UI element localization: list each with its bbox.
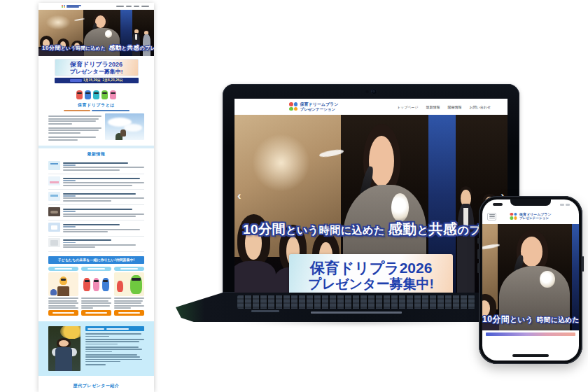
news-thumbnail bbox=[48, 223, 60, 232]
nav-item-news[interactable]: 最新情報 bbox=[426, 105, 440, 109]
site-header: 保育ドリームプラン プレゼンテーション bbox=[482, 209, 579, 224]
apply-button[interactable] bbox=[81, 310, 111, 316]
audition-date-bar: 1月15,29日 2月8,23,26日 bbox=[55, 78, 139, 83]
keyboard bbox=[237, 295, 476, 309]
chairperson-message-section bbox=[38, 321, 154, 376]
laptop-screen-bezel: 保育ドリームプラン プレゼンテーション トップページ 最新情報 開催情報 お問い… bbox=[223, 84, 519, 293]
news-item[interactable] bbox=[48, 237, 144, 252]
date-2: 2月8,23,26日 bbox=[102, 78, 122, 82]
volume-up-button bbox=[477, 249, 479, 259]
recruit-column bbox=[48, 267, 78, 316]
hero-catch-copy: 10分間という 時間に込めた 感動と共感の プレゼンテーション bbox=[482, 312, 579, 326]
trackpad-highlight bbox=[311, 312, 402, 314]
nav-menu[interactable] bbox=[116, 6, 149, 7]
mockup-composite: 10分間という時間に込めた 感動と共感のプレゼンテーション 保育ドリプラ2026… bbox=[0, 0, 588, 392]
hero-carousel: 10分間という時間に込めた 感動と共感のプレゼンテーション bbox=[38, 10, 154, 56]
logo-line-1: 保育ドリームプラン bbox=[300, 102, 339, 107]
about-subtitle-skeleton bbox=[38, 110, 154, 112]
news-item[interactable] bbox=[48, 174, 144, 190]
news-thumbnail bbox=[48, 238, 60, 247]
news-item[interactable] bbox=[48, 205, 144, 220]
news-item[interactable] bbox=[48, 220, 144, 236]
supporter-illustration bbox=[114, 272, 144, 296]
nav-item-top[interactable]: トップページ bbox=[397, 105, 419, 109]
presenters-section-title: 歴代プレゼンター紹介 bbox=[38, 383, 154, 389]
banner-subtitle: プレゼンター募集中! bbox=[289, 276, 453, 293]
logo-line-1: 保育ドリームプラン bbox=[519, 213, 552, 217]
hero-carousel: 10分間という 時間に込めた 感動と共感の プレゼンテーション bbox=[482, 224, 579, 330]
recruit-column bbox=[114, 267, 144, 316]
hamburger-menu-icon[interactable] bbox=[487, 213, 496, 220]
clock-skeleton bbox=[493, 203, 503, 206]
site-logo[interactable] bbox=[62, 5, 81, 8]
mascot-icons bbox=[38, 90, 154, 99]
banner-gradient-strip bbox=[486, 332, 575, 336]
presenter-illustration bbox=[48, 272, 78, 296]
chairperson-photo bbox=[48, 326, 80, 371]
nav-item-skeleton[interactable] bbox=[126, 6, 132, 7]
laptop-display: 保育ドリームプラン プレゼンテーション トップページ 最新情報 開催情報 お問い… bbox=[234, 99, 507, 293]
nav-item-skeleton[interactable] bbox=[116, 6, 124, 7]
mascot-green-icon bbox=[102, 90, 108, 99]
column-text-skeleton bbox=[114, 298, 144, 309]
phone-frame: 保育ドリームプラン プレゼンテーション 10分間という bbox=[479, 196, 582, 364]
mascot-teal-icon bbox=[93, 90, 99, 99]
column-header-skeleton bbox=[81, 267, 111, 272]
base-highlight bbox=[251, 310, 279, 312]
logo-line-2: プレゼンテーション bbox=[300, 107, 339, 111]
news-section-divider bbox=[38, 146, 154, 148]
site-logo[interactable]: 保育ドリームプラン プレゼンテーション bbox=[510, 213, 551, 220]
news-thumbnail bbox=[48, 207, 60, 216]
carousel-prev-icon[interactable]: ‹ bbox=[237, 190, 241, 202]
site-header bbox=[38, 3, 154, 10]
recruit-section-banner: 子どもたちの未来を一緒に作りたい!仲間募集中! bbox=[48, 256, 144, 264]
nav-item-event[interactable]: 開催情報 bbox=[448, 105, 462, 109]
site-logo[interactable]: 保育ドリームプラン プレゼンテーション bbox=[289, 102, 338, 111]
column-header-skeleton bbox=[48, 267, 78, 272]
news-item[interactable] bbox=[48, 190, 144, 205]
column-header-skeleton bbox=[114, 267, 144, 272]
dripla-2026-banner[interactable]: 保育ドリプラ2026 プレゼンター募集中! bbox=[289, 254, 453, 293]
news-item[interactable] bbox=[48, 159, 144, 174]
site-header: 保育ドリームプラン プレゼンテーション トップページ 最新情報 開催情報 お問い… bbox=[234, 99, 507, 115]
mascot-red-icon bbox=[76, 90, 83, 99]
news-thumbnail bbox=[48, 161, 60, 170]
news-section-title: 最新情報 bbox=[38, 151, 154, 158]
volume-down-button bbox=[477, 263, 479, 273]
about-section bbox=[38, 113, 154, 141]
chairperson-title-bar bbox=[85, 326, 144, 331]
home-indicator bbox=[512, 354, 549, 357]
staff-illustration bbox=[81, 272, 111, 296]
banner-title: 保育ドリプラ2026 bbox=[55, 61, 138, 69]
mute-switch bbox=[477, 238, 479, 244]
hero-catch-copy: 10分間という時間に込めた 感動と共感のプレゼンテーション bbox=[243, 221, 507, 238]
hero-catch-copy: 10分間という時間に込めた 感動と共感のプレゼンテーション bbox=[42, 40, 154, 53]
news-thumbnail bbox=[48, 176, 60, 186]
nav-item-contact[interactable]: お問い合わせ bbox=[470, 105, 491, 109]
logo-icon bbox=[510, 213, 517, 220]
dripla-2026-banner[interactable]: 保育ドリプラ2026 プレゼンター募集中! bbox=[55, 59, 139, 76]
webcam-icon bbox=[366, 89, 377, 94]
column-text-skeleton bbox=[81, 298, 111, 309]
news-thumbnail bbox=[48, 192, 60, 201]
recruit-columns bbox=[38, 267, 154, 316]
power-button bbox=[582, 256, 584, 272]
mascot-blue-icon bbox=[85, 90, 91, 99]
about-section-title: 保育ドリプラとは bbox=[38, 102, 154, 108]
hero-carousel: 10分間という時間に込めた 感動と共感のプレゼンテーション 保育ドリプラ2026… bbox=[234, 115, 507, 293]
about-paragraph-skeleton bbox=[48, 113, 102, 141]
nav-item-skeleton[interactable] bbox=[134, 6, 139, 7]
nav-menu: トップページ 最新情報 開催情報 お問い合わせ bbox=[397, 105, 491, 109]
logo-line-2: プレゼンテーション bbox=[519, 216, 552, 220]
news-list bbox=[38, 159, 154, 251]
date-label-chip bbox=[70, 79, 82, 82]
chairperson-message bbox=[85, 326, 144, 371]
date-1: 1月15,29日 bbox=[83, 78, 101, 82]
banner-subtitle: プレゼンター募集中! bbox=[55, 69, 138, 76]
banner-title: 保育ドリプラ2026 bbox=[289, 259, 453, 276]
logo-icon bbox=[62, 5, 65, 8]
recruit-column bbox=[81, 267, 111, 316]
apply-button[interactable] bbox=[114, 310, 144, 316]
apply-button[interactable] bbox=[48, 310, 78, 316]
nav-item-skeleton[interactable] bbox=[141, 6, 149, 7]
